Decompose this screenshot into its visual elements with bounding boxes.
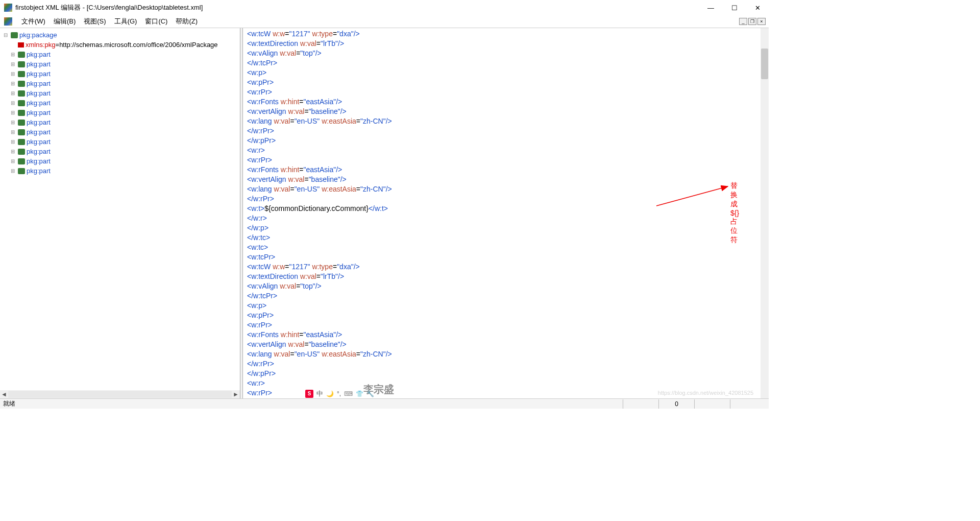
- expand-icon[interactable]: ⊞: [9, 110, 16, 115]
- scroll-thumb[interactable]: [761, 49, 768, 79]
- tree-part-label: pkg:part: [27, 128, 51, 136]
- status-pos: 0: [658, 399, 694, 409]
- mdi-minimize[interactable]: _: [739, 18, 747, 25]
- app-icon: [4, 4, 12, 12]
- tree-part-label: pkg:part: [27, 60, 51, 68]
- tree-part-label: pkg:part: [27, 80, 51, 87]
- close-button[interactable]: ✕: [751, 2, 765, 14]
- menu-bar: 文件(W) 编辑(B) 视图(S) 工具(G) 窗口(C) 帮助(Z) _ ❐ …: [0, 15, 769, 28]
- main-area: ⊟ pkg:package xmlns:pkg = http://schemas…: [0, 28, 769, 398]
- tree-part[interactable]: ⊞pkg:part: [2, 156, 240, 166]
- scroll-left-icon[interactable]: ◄: [0, 391, 8, 398]
- ime-moon-icon[interactable]: 🌙: [326, 390, 334, 397]
- mdi-close[interactable]: ×: [757, 18, 766, 25]
- mdi-buttons: _ ❐ ×: [739, 18, 766, 25]
- expand-icon[interactable]: ⊞: [9, 139, 16, 145]
- scroll-track[interactable]: [8, 391, 232, 398]
- doc-icon: [4, 17, 12, 26]
- window-buttons: — ☐ ✕: [703, 2, 765, 14]
- tree-part[interactable]: ⊞pkg:part: [2, 88, 240, 98]
- tree-root-label: pkg:package: [19, 31, 57, 39]
- package-icon: [18, 129, 25, 135]
- sogou-icon[interactable]: S: [305, 390, 313, 398]
- expand-icon[interactable]: ⊞: [9, 129, 16, 135]
- tree-part[interactable]: ⊞pkg:part: [2, 137, 240, 147]
- tree-part-label: pkg:part: [27, 119, 51, 126]
- tree-part[interactable]: ⊞pkg:part: [2, 127, 240, 137]
- tree-part[interactable]: ⊞pkg:part: [2, 50, 240, 59]
- expand-icon[interactable]: ⊞: [9, 61, 16, 67]
- package-icon: [18, 139, 25, 145]
- ime-lang-icon[interactable]: 中: [316, 389, 323, 398]
- ime-punct-icon[interactable]: °,: [337, 390, 341, 397]
- tree-part[interactable]: ⊞pkg:part: [2, 98, 240, 108]
- package-icon: [11, 32, 18, 38]
- editor-content[interactable]: <w:tcW w:w="1217" w:type="dxa"/><w:textD…: [243, 28, 769, 398]
- maximize-button[interactable]: ☐: [727, 2, 742, 14]
- tree-attr-name: xmlns:pkg: [26, 41, 56, 49]
- package-icon: [18, 52, 25, 58]
- tree-part-label: pkg:part: [27, 51, 51, 58]
- tree-part[interactable]: ⊞pkg:part: [2, 79, 240, 88]
- menu-edit[interactable]: 编辑(B): [54, 17, 76, 26]
- tree-part[interactable]: ⊞pkg:part: [2, 147, 240, 156]
- ime-keyboard-icon[interactable]: ⌨: [344, 390, 353, 397]
- tree-part-label: pkg:part: [27, 138, 51, 146]
- expand-icon[interactable]: ⊞: [9, 90, 16, 96]
- tree-part-label: pkg:part: [27, 99, 51, 107]
- attr-icon: [18, 42, 24, 48]
- package-icon: [18, 120, 25, 126]
- menu-tools[interactable]: 工具(G): [114, 17, 137, 26]
- expand-icon[interactable]: ⊞: [9, 71, 16, 77]
- tree-attr-val: http://schemas.microsoft.com/office/2006…: [59, 41, 217, 49]
- package-icon: [18, 71, 25, 77]
- tree-part-label: pkg:part: [27, 109, 51, 116]
- tree-root[interactable]: ⊟ pkg:package: [2, 30, 240, 40]
- package-icon: [18, 168, 25, 174]
- expand-icon[interactable]: ⊞: [9, 149, 16, 154]
- menu-window[interactable]: 窗口(C): [145, 17, 167, 26]
- status-cell-4: [730, 399, 766, 409]
- expand-icon[interactable]: ⊞: [9, 100, 16, 106]
- tree-h-scrollbar[interactable]: ◄ ►: [0, 390, 240, 398]
- tree-part[interactable]: ⊞pkg:part: [2, 69, 240, 79]
- status-cell-3: [694, 399, 730, 409]
- package-icon: [18, 100, 25, 106]
- expand-icon[interactable]: ⊞: [9, 158, 16, 164]
- tree-part[interactable]: ⊞pkg:part: [2, 117, 240, 127]
- tree-part[interactable]: ⊞pkg:part: [2, 59, 240, 69]
- tree-pane[interactable]: ⊟ pkg:package xmlns:pkg = http://schemas…: [0, 28, 240, 398]
- expand-icon[interactable]: ⊞: [9, 120, 16, 125]
- tree-part-label: pkg:part: [27, 89, 51, 97]
- ime-wrench-icon[interactable]: 🔧: [366, 390, 374, 397]
- expand-icon[interactable]: ⊞: [9, 52, 16, 57]
- tree-attr-eq: =: [56, 41, 60, 49]
- minimize-button[interactable]: —: [703, 2, 718, 14]
- status-bar: 就绪 0: [0, 398, 769, 409]
- menu-file[interactable]: 文件(W): [21, 17, 45, 26]
- tree-part-label: pkg:part: [27, 70, 51, 78]
- editor-v-scrollbar[interactable]: [761, 28, 769, 398]
- expand-icon[interactable]: ⊞: [9, 81, 16, 86]
- ime-shirt-icon[interactable]: 👕: [356, 390, 363, 397]
- package-icon: [18, 149, 25, 155]
- menu-view[interactable]: 视图(S): [84, 17, 106, 26]
- package-icon: [18, 61, 25, 67]
- window-title: firstobject XML 编辑器 - [C:\Users\fenglai\…: [15, 3, 703, 12]
- package-icon: [18, 81, 25, 87]
- status-ready: 就绪: [3, 399, 623, 408]
- scroll-right-icon[interactable]: ►: [232, 391, 240, 398]
- tree-attr[interactable]: xmlns:pkg = http://schemas.microsoft.com…: [2, 40, 240, 50]
- menu-help[interactable]: 帮助(Z): [176, 17, 198, 26]
- ime-toolbar: S 中 🌙 °, ⌨ 👕 🔧: [305, 389, 374, 398]
- mdi-restore[interactable]: ❐: [748, 18, 756, 25]
- expand-icon[interactable]: ⊞: [9, 168, 16, 174]
- editor-pane[interactable]: <w:tcW w:w="1217" w:type="dxa"/><w:textD…: [243, 28, 769, 398]
- status-cell-1: [623, 399, 658, 409]
- package-icon: [18, 110, 25, 116]
- package-icon: [18, 158, 25, 164]
- tree-part[interactable]: ⊞pkg:part: [2, 108, 240, 117]
- watermark-url: https://blog.csdn.net/weixin_42081525: [658, 390, 753, 396]
- tree-part[interactable]: ⊞pkg:part: [2, 166, 240, 176]
- collapse-icon[interactable]: ⊟: [2, 32, 9, 38]
